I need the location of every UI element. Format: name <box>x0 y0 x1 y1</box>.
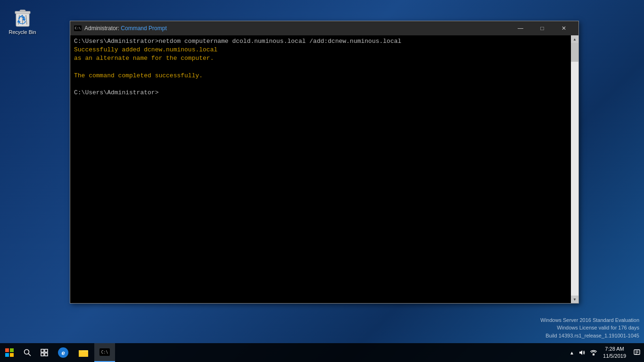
svg-rect-13 <box>45 349 48 352</box>
recycle-bin-icon[interactable]: Recycle Bin <box>5 5 40 37</box>
close-button[interactable]: ✕ <box>553 21 575 35</box>
cmd-line-1: C:\Users\Administrator>netdom computerna… <box>74 38 401 45</box>
watermark-line1: Windows Server 2016 Standard Evaluation <box>540 316 639 324</box>
svg-rect-7 <box>10 348 14 352</box>
cmd-titlebar-text: Administrator: Command Prompt <box>84 25 510 32</box>
cmd-content-wrapper: C:\Users\Administrator>netdom computerna… <box>70 35 578 303</box>
svg-rect-12 <box>41 349 44 352</box>
windows-watermark: Windows Server 2016 Standard Evaluation … <box>540 316 639 340</box>
svg-line-11 <box>28 354 31 356</box>
cmd-titlebar-icon: C:\ <box>74 25 82 31</box>
title-admin: Administrator: <box>84 25 121 32</box>
scroll-down-arrow[interactable]: ▼ <box>571 296 578 303</box>
title-name: Command Prompt <box>121 25 166 32</box>
titlebar-buttons: — □ ✕ <box>510 21 575 35</box>
svg-rect-14 <box>41 353 44 356</box>
svg-rect-9 <box>10 353 14 357</box>
cmd-scrollbar[interactable]: ▲ ▼ <box>571 35 578 303</box>
clock-time: 7:28 AM <box>605 346 624 353</box>
scroll-up-arrow[interactable]: ▲ <box>571 35 578 43</box>
watermark-line2: Windows License valid for 176 days <box>540 324 639 332</box>
clock-date: 11/5/2019 <box>603 353 626 360</box>
desktop: Recycle Bin C:\ Administrator: Command P… <box>0 0 644 362</box>
cmd-line-2: Successfully added dcnew.numinous.local <box>74 46 217 53</box>
cmd-line-3: as an alternate name for the computer. <box>74 55 214 62</box>
taskbar-app-ie[interactable]: e <box>53 343 74 362</box>
scrollbar-track[interactable] <box>571 43 578 296</box>
tray-expand-button[interactable]: ▲ <box>567 343 577 362</box>
svg-rect-17 <box>79 352 88 357</box>
scrollbar-thumb[interactable] <box>571 43 578 62</box>
tray-network-icon[interactable] <box>588 343 599 362</box>
svg-rect-6 <box>5 348 9 352</box>
cmd-content[interactable]: C:\Users\Administrator>netdom computerna… <box>70 35 571 303</box>
task-view-button[interactable] <box>36 343 53 362</box>
cmd-titlebar[interactable]: C:\ Administrator: Command Prompt — □ ✕ <box>70 21 578 35</box>
taskbar-apps: e C:\ <box>53 343 115 362</box>
taskbar-app-cmd[interactable]: C:\ <box>94 343 115 362</box>
search-button[interactable] <box>19 343 36 362</box>
svg-rect-8 <box>5 353 9 357</box>
svg-rect-21 <box>593 354 594 355</box>
cmd-window: C:\ Administrator: Command Prompt — □ ✕ … <box>70 21 579 304</box>
svg-marker-20 <box>579 350 582 355</box>
minimize-button[interactable]: — <box>510 21 531 35</box>
start-button[interactable] <box>0 343 19 362</box>
svg-rect-5 <box>20 10 25 12</box>
watermark-line3: Build 14393.rs1_release_1.191001-1045 <box>540 332 639 340</box>
taskbar-app-explorer[interactable] <box>74 343 94 362</box>
maximize-button[interactable]: □ <box>531 21 553 35</box>
taskbar-clock[interactable]: 7:28 AM 11/5/2019 <box>599 343 630 362</box>
ie-icon: e <box>58 347 68 358</box>
cmd-line-5: C:\Users\Administrator> <box>74 89 158 96</box>
cmd-line-4: The command completed successfully. <box>74 72 203 79</box>
taskbar: e C:\ ▲ <box>0 343 644 362</box>
svg-rect-19 <box>79 350 83 352</box>
tray-volume-icon[interactable] <box>577 343 588 362</box>
notification-center-button[interactable] <box>630 343 644 362</box>
cmd-taskbar-icon: C:\ <box>99 348 110 356</box>
system-tray: ▲ 7:28 AM 11/5/2019 <box>567 343 644 362</box>
recycle-bin-label: Recycle Bin <box>8 29 36 35</box>
svg-rect-15 <box>45 353 48 356</box>
